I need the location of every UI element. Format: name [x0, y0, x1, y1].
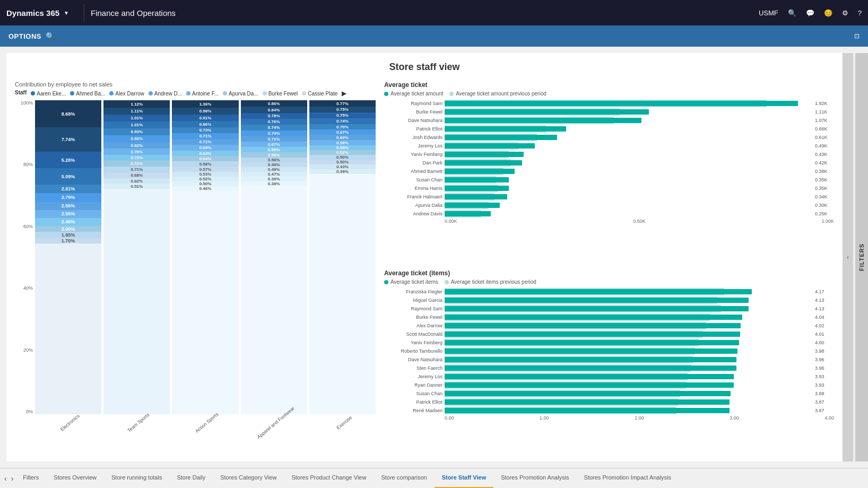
tab-stores-category-view[interactable]: Stores Category View — [213, 468, 284, 489]
h-bar-fill — [445, 194, 507, 199]
seg-elec-0: 8.68% — [35, 100, 101, 127]
tab-stores-promotion-impact-analysis[interactable]: Stores Promotion Impact Analysis — [577, 468, 679, 489]
tab-next-btn[interactable]: › — [9, 474, 16, 483]
filters-sidebar[interactable]: FILTERS — [855, 53, 868, 461]
legend-dot-items-prev — [445, 280, 449, 284]
tab-stores-promotion-analysis[interactable]: Stores Promotion Analysis — [493, 468, 576, 489]
h-bar-value: 3.88 — [815, 391, 834, 396]
chat-icon[interactable]: 💬 — [806, 9, 814, 17]
left-chart-title: Contribution by employee to net sales — [15, 81, 376, 88]
seg-ap-7: 0.67% — [241, 142, 307, 147]
charts-row: Contribution by employee to net sales St… — [15, 81, 834, 451]
seg-ts-7: 0.78% — [103, 149, 170, 155]
h-bar-label: Josh Edwards — [384, 135, 442, 140]
legend-more[interactable]: ▶ — [342, 90, 346, 97]
h-bar-fill — [445, 135, 557, 140]
y-axis: 100% 80% 60% 40% 20% 0% — [15, 100, 35, 451]
tab-store-staff-view[interactable]: Store Staff View — [435, 468, 494, 489]
h-bar-label: Scott MacDonald — [384, 332, 442, 337]
h-bar-row: Patrick Elliot3.87 — [384, 398, 834, 406]
y-100: 100% — [15, 100, 33, 106]
h-bar-track — [445, 356, 813, 363]
seg-as-0: 1.36% — [172, 100, 238, 108]
tab-stores-overview[interactable]: Stores Overview — [46, 468, 104, 489]
h-bar-track — [445, 313, 813, 321]
h-bar-fill — [445, 408, 730, 413]
bar-apparel[interactable]: 0.86% 0.84% 0.78% 0.76% 0.74% 0.74% 0.71… — [241, 100, 307, 414]
face-icon[interactable]: 😊 — [824, 9, 832, 17]
help-icon[interactable]: ? — [858, 9, 862, 17]
seg-as-9: 0.64% — [172, 156, 238, 161]
search-icon[interactable]: 🔍 — [788, 9, 796, 17]
seg-ts-9: 0.72% — [103, 161, 170, 167]
settings-icon[interactable]: ⚙ — [842, 9, 848, 17]
tab-store-running-totals[interactable]: Store running totals — [104, 468, 169, 489]
h-bar-row: Franziska Fiegler4.17 — [384, 288, 834, 295]
seg-ap-14: 0.39% — [241, 177, 307, 181]
user-code[interactable]: USMF — [759, 9, 778, 17]
x-exercise: Exercise — [309, 416, 376, 451]
legend-avg-ticket-prev: Average ticket amount previous period — [449, 91, 546, 97]
h-bar-track — [445, 347, 813, 355]
h-bar-row: Dan Park0.42K — [384, 159, 834, 167]
h-bar-row: Emma Harris0.35K — [384, 185, 834, 192]
nav-divider — [84, 4, 84, 21]
app-name: Finance and Operations — [91, 8, 759, 18]
legend-item-3: Andrew D... — [149, 90, 182, 97]
legend-dot-avg — [384, 92, 388, 96]
h-bar-track — [445, 185, 813, 192]
h-bar-value: 0.30K — [815, 203, 834, 208]
legend-item-0: Aaren Eke... — [31, 90, 66, 97]
options-label[interactable]: OPTIONS — [8, 32, 41, 40]
h-bar-label: Sten Faerch — [384, 365, 442, 371]
right-expand-panel[interactable]: ‹ — [843, 53, 853, 461]
tab-prev-btn[interactable]: ‹ — [2, 474, 9, 483]
tab-store-daily[interactable]: Store Daily — [169, 468, 213, 489]
y-80: 80% — [15, 162, 33, 167]
items-x-0: 0.00 — [445, 415, 454, 421]
h-bar-label: Dan Park — [384, 160, 442, 165]
h-bar-track — [445, 297, 813, 304]
legend-name-0: Aaren Eke... — [37, 91, 66, 97]
h-bar-value: 0.35K — [815, 186, 834, 191]
tab-filters[interactable]: Filters — [15, 468, 46, 489]
h-bar-value: 1.07K — [815, 118, 834, 123]
bar-electronics[interactable]: 8.68% 7.74% 5.28% 5.09% 2.81% 2.79% 2.56… — [35, 100, 101, 414]
legend-item-6: Burke Fewel — [263, 90, 298, 97]
h-bar-fill — [445, 289, 752, 294]
tab-stores-product-change-view[interactable]: Stores Product Change View — [284, 468, 374, 489]
bar-exercise[interactable]: 0.77% 0.75% 0.75% 0.74% 0.70% 0.67% 0.60… — [309, 100, 376, 414]
seg-as-10: 0.58% — [172, 161, 238, 167]
bar-action-sports[interactable]: 1.36% 0.98% 0.91% 0.86% 0.73% 0.71% 0.71… — [172, 100, 238, 414]
h-bar-row: Dave Natsuhara3.96 — [384, 356, 834, 363]
bar-team-sports[interactable]: 1.12% 1.11% 1.01% 1.01% 0.93% 0.92% 0.82… — [103, 100, 170, 414]
h-bar-label: Raymond Sam — [384, 101, 442, 106]
expand-icon[interactable]: ‹ — [847, 254, 849, 261]
options-search-icon[interactable]: 🔍 — [46, 32, 55, 40]
options-expand-icon[interactable]: ⊡ — [854, 32, 860, 40]
legend-item-5: Apurva Da... — [223, 90, 258, 97]
h-bar-label: Burke Fewel — [384, 315, 442, 320]
h-bar-track — [445, 117, 813, 124]
h-bar-track — [445, 210, 813, 217]
seg-ap-9: 0.58% — [241, 152, 307, 158]
staff-label: Staff — [15, 90, 27, 97]
h-bar-label: Ahmed Barnett — [384, 169, 442, 174]
brand[interactable]: Dynamics 365 ▼ — [6, 8, 77, 18]
h-bar-track — [445, 176, 813, 184]
h-bar-label: Raymond Sam — [384, 306, 442, 311]
h-bar-fill — [445, 203, 500, 208]
seg-ex-13: 0.39% — [309, 169, 376, 174]
left-chart: Contribution by employee to net sales St… — [15, 81, 376, 451]
h-bar-fill — [445, 109, 649, 115]
seg-as-5: 0.71% — [172, 133, 238, 139]
h-bar-label: Jeremy Los — [384, 374, 442, 379]
h-bar-label: Susan Chan — [384, 391, 442, 396]
brand-chevron[interactable]: ▼ — [64, 10, 69, 16]
tab-store-comparison[interactable]: Store comparison — [374, 468, 434, 489]
h-bar-value: 4.00 — [815, 340, 834, 345]
legend-name-4: Antoine F... — [192, 91, 219, 97]
h-bar-fill — [445, 298, 749, 303]
avg-ticket-items-legend: Average ticket items Average ticket item… — [384, 279, 834, 285]
h-bar-row: Alex Darrow4.02 — [384, 322, 834, 329]
